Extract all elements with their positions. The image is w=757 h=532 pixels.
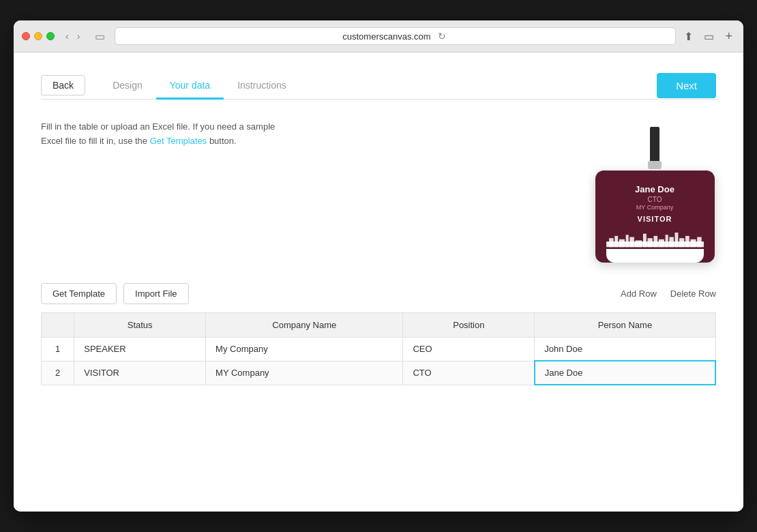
badge-name: Jane Doe <box>635 184 674 194</box>
new-tab-button[interactable]: + <box>722 28 735 45</box>
table-header-row: Status Company Name Position Person Name <box>42 313 716 338</box>
badge-preview-section: Jane Doe CTO MY Company VISITOR <box>593 120 716 263</box>
maximize-button[interactable] <box>46 32 55 40</box>
row-2-person[interactable]: Jane Doe <box>535 361 715 385</box>
row-1-person[interactable]: John Doe <box>535 338 715 361</box>
svg-rect-2 <box>614 236 618 247</box>
row-1-status[interactable]: SPEAKER <box>74 338 206 361</box>
lanyard-strap <box>650 127 659 161</box>
address-bar[interactable]: customerscanvas.com ↻ <box>115 27 676 45</box>
back-button[interactable]: Back <box>41 75 85 95</box>
browser-window: ‹ › ▭ customerscanvas.com ↻ ⬆ ▭ + Back D… <box>14 20 743 512</box>
table-row: 2 VISITOR MY Company CTO Jane Doe <box>42 361 716 385</box>
browser-chrome: ‹ › ▭ customerscanvas.com ↻ ⬆ ▭ + <box>14 20 743 53</box>
svg-rect-13 <box>674 233 678 247</box>
main-layout: Fill in the table or upload an Excel fil… <box>41 120 716 263</box>
svg-rect-10 <box>658 239 664 247</box>
row-1-num: 1 <box>42 338 74 361</box>
share-button[interactable]: ⬆ <box>681 29 696 44</box>
col-header-num <box>42 313 74 338</box>
table-row: 1 SPEAKER My Company CEO John Doe <box>42 338 716 361</box>
sidebar-toggle-button[interactable]: ▭ <box>91 29 109 44</box>
row-2-company[interactable]: MY Company <box>206 361 403 385</box>
col-header-person: Person Name <box>535 313 715 338</box>
close-button[interactable] <box>22 32 30 40</box>
svg-rect-9 <box>653 236 657 247</box>
get-templates-link[interactable]: Get Templates <box>150 136 207 146</box>
row-2-num: 2 <box>42 361 74 385</box>
tab-design[interactable]: Design <box>99 73 156 100</box>
row-1-position[interactable]: CEO <box>403 338 535 361</box>
svg-rect-8 <box>647 238 652 247</box>
forward-nav-button[interactable]: › <box>74 29 83 43</box>
svg-rect-4 <box>625 235 628 247</box>
get-template-button[interactable]: Get Template <box>41 283 117 304</box>
minimize-button[interactable] <box>34 32 42 40</box>
row-2-position[interactable]: CTO <box>403 361 535 385</box>
svg-rect-15 <box>685 236 689 247</box>
badge-company: MY Company <box>636 204 673 211</box>
left-section: Fill in the table or upload an Excel fil… <box>41 120 566 263</box>
add-row-button[interactable]: Add Row <box>621 289 657 299</box>
svg-rect-16 <box>690 239 696 247</box>
description-text: Fill in the table or upload an Excel fil… <box>41 120 286 149</box>
badge-role: VISITOR <box>638 215 672 223</box>
row-2-status[interactable]: VISITOR <box>74 361 206 385</box>
next-button[interactable]: Next <box>657 73 716 98</box>
svg-rect-14 <box>679 238 684 247</box>
row-1-company[interactable]: My Company <box>206 338 403 361</box>
url-text: customerscanvas.com <box>342 31 430 42</box>
svg-rect-12 <box>669 237 674 248</box>
lanyard-clip <box>648 161 662 169</box>
toolbar-row: Get Template Import File Add Row Delete … <box>41 283 716 304</box>
badge-card: Jane Doe CTO MY Company VISITOR <box>595 171 715 263</box>
reload-button[interactable]: ↻ <box>435 31 449 42</box>
svg-rect-5 <box>629 237 634 248</box>
tab-your-data[interactable]: Your data <box>156 73 224 100</box>
tabs-row: Back Design Your data Instructions Next <box>41 73 716 100</box>
page-content: Back Design Your data Instructions Next … <box>14 53 743 512</box>
col-header-position: Position <box>403 313 535 338</box>
back-nav-button[interactable]: ‹ <box>63 29 72 43</box>
svg-rect-1 <box>609 238 614 247</box>
svg-rect-11 <box>665 235 668 247</box>
tab-instructions[interactable]: Instructions <box>224 73 300 100</box>
import-file-button[interactable]: Import File <box>123 283 188 304</box>
duplicate-button[interactable]: ▭ <box>701 29 717 44</box>
delete-row-button[interactable]: Delete Row <box>670 289 716 299</box>
badge-container: Jane Doe CTO MY Company VISITOR <box>593 127 716 263</box>
svg-rect-7 <box>642 234 646 248</box>
badge-skyline-graphic <box>606 228 704 249</box>
col-header-company: Company Name <box>206 313 403 338</box>
traffic-lights <box>22 32 55 40</box>
badge-white-bottom <box>606 249 704 263</box>
col-header-status: Status <box>74 313 206 338</box>
description-part2: button. <box>207 136 236 146</box>
svg-rect-17 <box>697 237 702 248</box>
badge-title: CTO <box>648 196 662 203</box>
svg-rect-3 <box>619 239 624 247</box>
svg-rect-6 <box>635 240 642 247</box>
data-table: Status Company Name Position Person Name… <box>41 312 716 385</box>
